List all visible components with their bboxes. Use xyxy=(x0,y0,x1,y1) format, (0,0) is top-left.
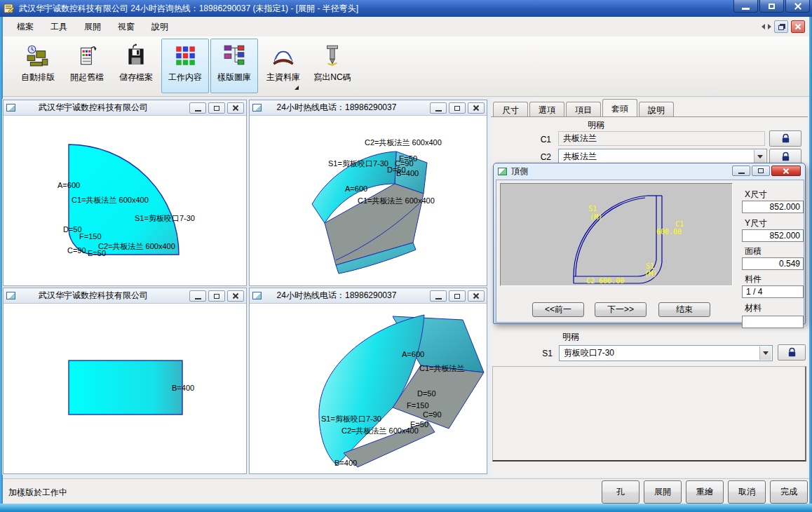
close-button[interactable] xyxy=(785,0,810,13)
dim-label: C2=共板法兰 600x400 xyxy=(341,426,419,436)
child-minimize-button[interactable] xyxy=(189,290,206,302)
field-area[interactable]: 0.549 xyxy=(742,257,804,270)
child-minimize-button[interactable] xyxy=(430,290,447,302)
top-side-dialog: 頂側 xyxy=(493,163,806,324)
tab-items[interactable]: 項目 xyxy=(566,102,601,116)
application-window: 武汉华宇诚数控科技有限公司 24小时咨询热线：18986290037 (未指定1… xyxy=(0,0,812,512)
field-x-size[interactable]: 852.000 xyxy=(742,201,804,213)
save-file-icon xyxy=(124,43,148,67)
minimize-icon xyxy=(435,110,442,112)
child-titlebar[interactable]: 24小时热线电话：18986290037 xyxy=(250,288,487,304)
dropdown-button[interactable] xyxy=(754,150,766,163)
child-window-rect-pattern: 武汉华宇诚数控科技有限公司 B=400 xyxy=(3,288,247,474)
toolbar-overflow-icon[interactable] xyxy=(295,86,299,90)
menu-file[interactable]: 檔案 xyxy=(8,18,42,36)
restore-icon xyxy=(214,294,219,299)
nav-forward-icon[interactable] xyxy=(768,24,771,29)
child-restore-button[interactable] xyxy=(449,102,466,114)
row-combobox-s1[interactable]: 剪板咬口7-30 xyxy=(559,345,773,361)
child-restore-button[interactable] xyxy=(208,102,225,114)
mdi-area: 武汉华宇诚数控科技有限公司 A=600 C1=共板法兰 xyxy=(3,97,809,478)
tab-dimensions[interactable]: 尺寸 xyxy=(493,102,528,116)
toolbar-main-database-button[interactable]: 主資料庫 xyxy=(259,39,307,93)
dialog-minimize-button[interactable] xyxy=(732,166,750,176)
child-titlebar[interactable]: 武汉华宇诚数控科技有限公司 xyxy=(4,288,246,304)
child-restore-button[interactable] xyxy=(449,290,466,302)
menu-tools[interactable]: 工具 xyxy=(42,18,76,36)
cad-canvas-rect[interactable]: B=400 xyxy=(4,304,245,473)
complete-button[interactable]: 完成 xyxy=(770,480,808,504)
child-titlebar[interactable]: 24小时热线电话：18986290037 xyxy=(250,100,487,116)
preview-label: S1 xyxy=(646,262,654,270)
child-restore-button[interactable] xyxy=(208,290,225,302)
dim-label: A=600 xyxy=(402,350,424,358)
lock-icon xyxy=(780,151,791,162)
nav-back-icon[interactable] xyxy=(762,24,765,29)
maximize-button[interactable] xyxy=(759,0,784,13)
dialog-body: S1 (M) C1 600.00 S1 (M) C2 600.00 X尺寸 85… xyxy=(496,180,804,323)
dim-label: C=90 xyxy=(423,410,442,419)
next-button[interactable]: 下一>> xyxy=(595,302,647,317)
child-title: 24小时热线电话：18986290037 xyxy=(250,102,424,114)
dialog-restore-button[interactable] xyxy=(752,166,770,176)
field-y-size[interactable]: 852.000 xyxy=(742,229,804,242)
dim-label: A=600 xyxy=(57,181,80,189)
child-titlebar[interactable]: 武汉华宇诚数控科技有限公司 xyxy=(4,100,246,116)
menu-help[interactable]: 說明 xyxy=(143,18,177,36)
lock-button-c1[interactable] xyxy=(769,130,801,147)
dialog-icon xyxy=(498,168,507,175)
child-minimize-button[interactable] xyxy=(430,102,447,114)
toolbar-save-file-button[interactable]: 儲存檔案 xyxy=(112,39,160,93)
dialog-titlebar[interactable]: 頂側 xyxy=(494,163,805,179)
child-minimize-button[interactable] xyxy=(189,102,206,114)
tab-options[interactable]: 選項 xyxy=(529,102,564,116)
tab-notes[interactable]: 說明 xyxy=(639,102,674,116)
cad-canvas-flat-pattern[interactable]: A=600 C1=共板法兰 600x400 S1=剪板咬口7-30 D=50 F… xyxy=(4,116,245,285)
dialog-close-button[interactable] xyxy=(771,166,801,176)
mdi-close-button[interactable] xyxy=(791,20,805,33)
lock-button-s1[interactable] xyxy=(778,344,806,361)
menu-window[interactable]: 視窗 xyxy=(109,18,143,36)
child-close-button[interactable] xyxy=(468,290,485,302)
close-icon xyxy=(473,292,480,299)
field-material[interactable] xyxy=(742,316,804,328)
child-close-button[interactable] xyxy=(468,102,485,114)
hole-button[interactable]: 孔 xyxy=(602,480,640,504)
close-icon xyxy=(473,105,480,112)
toolbar-open-file-button[interactable]: 開起舊檔 xyxy=(63,39,111,93)
cad-canvas-3d-2[interactable]: A=600 C1=共板法兰 D=50 F=150 C=90 S1=剪板咬口7-3… xyxy=(250,304,486,473)
maximize-icon xyxy=(769,4,775,9)
row-value-c1[interactable]: 共板法兰 xyxy=(558,131,765,146)
app-icon xyxy=(4,3,15,14)
child-close-button[interactable] xyxy=(227,290,244,302)
minimize-icon xyxy=(738,173,745,174)
preview-label: S1 xyxy=(588,205,597,213)
finish-button[interactable]: 结束 xyxy=(658,302,710,317)
restore-icon xyxy=(454,294,460,299)
toolbar-auto-nest-button[interactable]: 自動排版 xyxy=(14,39,62,93)
close-icon xyxy=(232,292,239,299)
close-icon xyxy=(794,2,802,11)
window-title: 武汉华宇诚数控科技有限公司 24小时咨询热线：18986290037 (未指定1… xyxy=(19,3,358,15)
toolbar-write-nc-button[interactable]: 寫出NC碼 xyxy=(309,39,356,93)
child-close-button[interactable] xyxy=(227,102,244,114)
redraw-button[interactable]: 重繪 xyxy=(686,480,724,504)
dim-label: C1=共板法兰 xyxy=(419,363,465,374)
field-part-count[interactable]: 1 / 4 xyxy=(742,285,804,298)
field-label-area: 面積 xyxy=(745,245,762,257)
toolbar-work-content-button[interactable]: 工作内容 xyxy=(161,39,209,93)
menu-unfold[interactable]: 展開 xyxy=(76,18,109,36)
child-title: 武汉华宇诚数控科技有限公司 xyxy=(4,102,183,114)
minimize-button[interactable] xyxy=(733,0,758,13)
cad-canvas-3d-1[interactable]: C2=共板法兰 600x400 S1=剪板咬口7-30 E=50 C=90 D=… xyxy=(250,116,486,285)
restore-icon xyxy=(214,106,219,111)
cancel-button[interactable]: 取消 xyxy=(728,480,766,504)
previous-button[interactable]: <<前一 xyxy=(532,302,584,317)
toolbar-template-library-button[interactable]: 樣版圖庫 xyxy=(210,39,258,93)
mdi-restore-button[interactable] xyxy=(774,20,788,33)
column-header-name-2: 明稱 xyxy=(562,331,579,343)
dropdown-button[interactable] xyxy=(759,346,771,360)
tab-connections[interactable]: 套頭 xyxy=(602,99,637,116)
unfold-button[interactable]: 展開 xyxy=(644,480,682,504)
main-database-icon xyxy=(271,43,295,67)
